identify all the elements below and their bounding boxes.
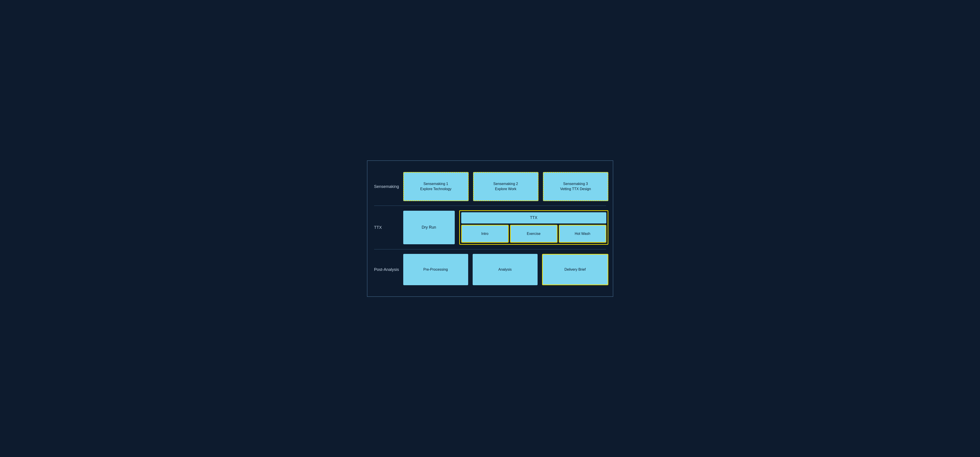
sm1-box[interactable]: Sensemaking 1 Explore Technology xyxy=(403,172,469,201)
ttx-right-group: TTX Intro Exercise Hot Wash xyxy=(459,210,608,245)
ttx-row: TTX Dry Run TTX Intro Exercise Hot Was xyxy=(372,206,608,249)
exercise-label: Exercise xyxy=(527,232,541,236)
intro-box[interactable]: Intro xyxy=(461,225,509,243)
exercise-box[interactable]: Exercise xyxy=(510,225,557,243)
ttx-label: TTX xyxy=(372,225,403,230)
post-analysis-content: Pre-Processing Analysis Delivery Brief xyxy=(403,254,608,285)
delivery-brief-label: Delivery Brief xyxy=(565,268,586,271)
intro-label: Intro xyxy=(481,232,488,236)
sm1-line1: Sensemaking 1 xyxy=(420,181,451,186)
dry-run-label: Dry Run xyxy=(422,225,436,230)
sm2-box[interactable]: Sensemaking 2 Explore Work xyxy=(473,172,538,201)
dry-run-box[interactable]: Dry Run xyxy=(403,211,455,244)
sm1-line2: Explore Technology xyxy=(420,187,451,192)
analysis-box[interactable]: Analysis xyxy=(473,254,538,285)
ttx-sub-row: Intro Exercise Hot Wash xyxy=(461,225,606,243)
post-analysis-row: Post-Analysis Pre-Processing Analysis De… xyxy=(372,249,608,290)
sensemaking-row: Sensemaking Sensemaking 1 Explore Techno… xyxy=(372,168,608,206)
sensemaking-label: Sensemaking xyxy=(372,184,403,189)
sm3-box[interactable]: Sensemaking 3 Vetting TTX Design xyxy=(543,172,608,201)
pre-processing-box[interactable]: Pre-Processing xyxy=(403,254,468,285)
post-analysis-label: Post-Analysis xyxy=(372,267,403,272)
analysis-label: Analysis xyxy=(498,268,512,271)
diagram-container: Sensemaking Sensemaking 1 Explore Techno… xyxy=(367,160,613,297)
ttx-top-bar[interactable]: TTX xyxy=(461,212,606,224)
hot-wash-box[interactable]: Hot Wash xyxy=(559,225,606,243)
pre-processing-label: Pre-Processing xyxy=(423,268,448,271)
sensemaking-content: Sensemaking 1 Explore Technology Sensema… xyxy=(403,172,608,201)
sm2-line2: Explore Work xyxy=(493,187,518,192)
hot-wash-label: Hot Wash xyxy=(575,232,590,236)
sm3-line1: Sensemaking 3 xyxy=(560,181,591,186)
sm3-line2: Vetting TTX Design xyxy=(560,187,591,192)
ttx-content: Dry Run TTX Intro Exercise Hot Wash xyxy=(403,210,608,245)
sm2-line1: Sensemaking 2 xyxy=(493,181,518,186)
ttx-top-label: TTX xyxy=(530,216,537,220)
delivery-brief-box[interactable]: Delivery Brief xyxy=(542,254,608,285)
